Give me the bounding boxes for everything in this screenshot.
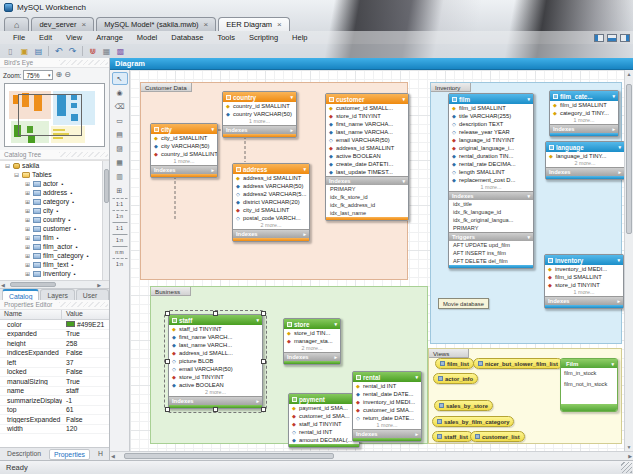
- more-columns-label[interactable]: 1 more...: [223, 118, 296, 125]
- menu-arrange[interactable]: Arrange: [89, 33, 130, 42]
- table-figure-language[interactable]: language▾◆language_id TINY...2 more...In…: [545, 141, 624, 180]
- view-figure-nicer_but_slower_film_list[interactable]: nicer_but_slower_film_list: [473, 358, 563, 369]
- table-figure-inventory[interactable]: inventory▾◆inventory_id MEDI...◆film_id …: [544, 254, 624, 309]
- property-row[interactable]: namestaff: [0, 387, 109, 397]
- collapse-arrow-icon[interactable]: ▾: [611, 361, 614, 367]
- tree-item-actor[interactable]: ⊞actor•: [0, 179, 109, 188]
- selection-handle[interactable]: [261, 359, 266, 364]
- section-bar-indexes[interactable]: Indexes▸: [223, 125, 296, 134]
- property-row[interactable]: left37: [0, 358, 109, 368]
- routine-group-film[interactable]: Film▾film_in_stockfilm_not_in_stock: [560, 358, 618, 412]
- table-column-row[interactable]: ◆country_id SMALLINT: [223, 102, 296, 110]
- view-figure-film_list[interactable]: film_list: [435, 358, 474, 369]
- table-column-row[interactable]: ◆last_name VARCHA...: [326, 128, 408, 136]
- more-columns-label[interactable]: 2 more...: [546, 160, 624, 167]
- tab-close-icon[interactable]: ×: [204, 21, 209, 29]
- table-column-row[interactable]: ◇email VARCHAR(50): [169, 365, 262, 373]
- property-row[interactable]: lockedFalse: [0, 368, 109, 378]
- save-model-button-icon[interactable]: ▤: [32, 45, 45, 57]
- property-row[interactable]: height258: [0, 339, 109, 349]
- section-row[interactable]: idx_fk_store_id: [326, 193, 408, 201]
- selection-handle[interactable]: [261, 311, 266, 316]
- property-row[interactable]: color#499E21: [0, 320, 109, 330]
- table-column-row[interactable]: ◆active BOOLEAN: [169, 381, 262, 389]
- table-column-row[interactable]: ◆last_update TIMEST...: [326, 168, 408, 176]
- table-column-row[interactable]: ◆original_language_i...: [449, 144, 533, 152]
- collapse-arrow-icon[interactable]: ▾: [402, 96, 405, 102]
- resize-grip[interactable]: [621, 462, 632, 473]
- scroll-down-arrow-icon[interactable]: ▼: [625, 444, 633, 450]
- table-header[interactable]: address▾: [233, 164, 309, 174]
- table-figure-customer[interactable]: customer▾◆customer_id SMALL...◆store_id …: [325, 93, 409, 221]
- section-row[interactable]: idx_fk_original_langua...: [449, 216, 533, 224]
- more-columns-label[interactable]: 1 more...: [151, 158, 217, 165]
- toggle-bottom-panel-icon[interactable]: [607, 34, 617, 42]
- tree-expander-icon[interactable]: ⊞: [24, 207, 31, 214]
- table-column-row[interactable]: ◆film_id SMALLINT: [449, 104, 533, 112]
- section-row[interactable]: PRIMARY: [326, 185, 408, 193]
- document-tab-eer[interactable]: EER Diagram×: [218, 17, 290, 31]
- table-column-row[interactable]: ◆store_id TINYINT: [169, 373, 262, 381]
- view-figure-sales_by_film_category[interactable]: sales_by_film_category: [432, 416, 514, 427]
- menu-help[interactable]: Help: [285, 33, 314, 42]
- zoom-combobox[interactable]: 75% ▾: [23, 70, 53, 80]
- section-expand-icon[interactable]: ▸: [290, 127, 293, 133]
- selection-handle[interactable]: [213, 407, 218, 412]
- table-column-row[interactable]: ◆amount DECIMAL(...: [289, 436, 359, 444]
- menu-database[interactable]: Database: [164, 33, 210, 42]
- table-figure-film[interactable]: film▾◆film_id SMALLINT◆title VARCHAR(255…: [448, 93, 534, 269]
- eraser-tool-icon[interactable]: ⌫: [112, 100, 128, 113]
- property-row[interactable]: width120: [0, 425, 109, 435]
- image-tool-icon[interactable]: ▨: [112, 142, 128, 155]
- section-bar-indexes[interactable]: Indexes▸: [151, 165, 217, 174]
- tab-close-icon[interactable]: ×: [82, 21, 87, 29]
- section-row[interactable]: idx_last_name: [326, 209, 408, 217]
- view-tool-icon[interactable]: ▥: [112, 170, 128, 183]
- tree-expander-icon[interactable]: ⊞: [24, 234, 31, 241]
- view-figure-staff_list[interactable]: staff_list: [432, 431, 473, 442]
- table-column-row[interactable]: ◆rental_date DATE...: [353, 390, 421, 398]
- view-figure-sales_by_store[interactable]: sales_by_store: [434, 400, 493, 411]
- tree-item-inventory[interactable]: ⊞inventory•: [0, 269, 109, 278]
- table-figure-city[interactable]: city▾◆city_id SMALLINT◆city VARCHAR(50)◆…: [150, 123, 218, 178]
- bottom-tab-description[interactable]: Description: [3, 449, 45, 460]
- relationship-line[interactable]: [175, 176, 232, 220]
- collapse-arrow-icon[interactable]: ▾: [612, 93, 615, 99]
- section-bar-indexes[interactable]: Indexes▸: [545, 296, 623, 305]
- table-column-row[interactable]: ◆film_id SMALLINT: [545, 273, 623, 281]
- section-bar-indexes[interactable]: Indexes▸: [284, 352, 340, 361]
- redo-button-icon[interactable]: ↷: [66, 45, 79, 57]
- section-row[interactable]: PRIMARY: [449, 224, 533, 232]
- table-column-row[interactable]: ◆active BOOLEAN: [326, 152, 408, 160]
- section-expand-icon[interactable]: ▸: [618, 169, 621, 175]
- table-column-row[interactable]: ◆title VARCHAR(255): [449, 112, 533, 120]
- table-column-row[interactable]: ◆payment_id SMA...: [289, 404, 359, 412]
- canvas-horizontal-scrollbar[interactable]: ◀ ▶: [110, 451, 633, 460]
- collapse-arrow-icon[interactable]: ▾: [527, 96, 530, 102]
- zoom-out-icon[interactable]: ⊖: [64, 71, 71, 79]
- more-columns-label[interactable]: 1 more...: [449, 184, 533, 191]
- tree-expander-icon[interactable]: ⊞: [24, 225, 31, 232]
- table-header[interactable]: store▾: [284, 319, 340, 329]
- collapse-arrow-icon[interactable]: ▾: [211, 126, 214, 132]
- collapse-arrow-icon[interactable]: ▾: [415, 374, 418, 380]
- table-column-row[interactable]: ◆last_name VARCH...: [169, 341, 262, 349]
- collapse-arrow-icon[interactable]: ▾: [617, 257, 620, 263]
- more-columns-label[interactable]: 1 more...: [550, 117, 618, 124]
- table-header[interactable]: country▾: [223, 92, 296, 102]
- section-expand-icon[interactable]: ▸: [303, 231, 306, 237]
- table-header[interactable]: rental▾: [353, 372, 421, 382]
- section-expand-icon[interactable]: ▸: [211, 167, 214, 173]
- section-expand-icon[interactable]: ▸: [617, 298, 620, 304]
- table-header[interactable]: film_cate...▾: [550, 91, 618, 101]
- table-column-row[interactable]: ◆rental_id INT: [353, 382, 421, 390]
- table-column-row[interactable]: ◆city_id SMALLINT: [151, 134, 217, 142]
- table-header[interactable]: city▾: [151, 124, 217, 134]
- selection-handle[interactable]: [165, 359, 170, 364]
- tree-expander-icon[interactable]: ⊞: [24, 216, 31, 223]
- table-column-row[interactable]: ◆first_name VARCHA...: [326, 120, 408, 128]
- collapse-arrow-icon[interactable]: ▾: [334, 321, 337, 327]
- table-header[interactable]: customer▾: [326, 94, 408, 104]
- home-tab[interactable]: ⌂: [4, 17, 29, 31]
- tree-expander-icon[interactable]: ⊟: [4, 162, 11, 169]
